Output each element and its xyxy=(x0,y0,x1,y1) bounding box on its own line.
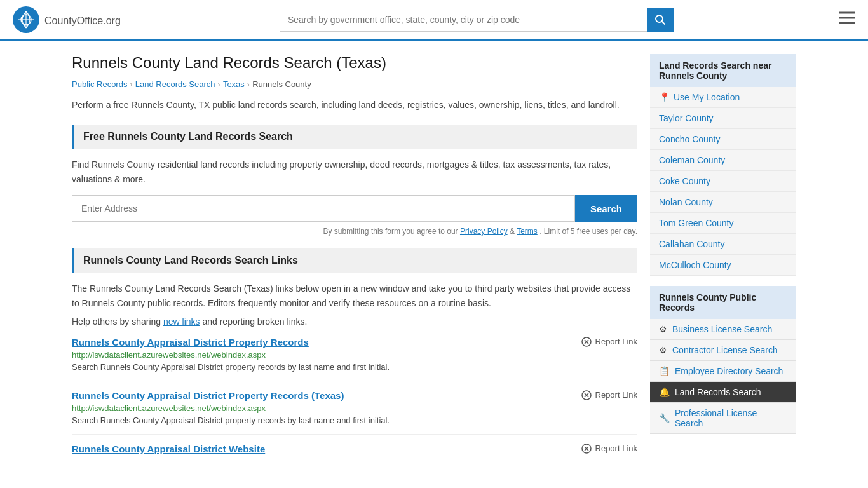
nearby-county-item: Nolan County xyxy=(650,192,796,213)
site-header: CountyOffice.org xyxy=(0,0,868,41)
nearby-county-item: Concho County xyxy=(650,129,796,150)
sidebar: Land Records Search near Runnels County … xyxy=(650,54,796,479)
public-records-item-professional[interactable]: 🔧 Professional License Search xyxy=(650,403,796,434)
privacy-policy-link[interactable]: Privacy Policy xyxy=(460,227,508,236)
free-search-section: Free Runnels County Land Records Search … xyxy=(72,125,637,236)
nearby-counties-section: Land Records Search near Runnels County … xyxy=(650,54,796,276)
nearby-county-item: Callahan County xyxy=(650,234,796,255)
svg-line-5 xyxy=(661,22,665,25)
public-records-item-land[interactable]: 🔔 Land Records Search xyxy=(650,382,796,403)
logo-text: CountyOffice.org xyxy=(44,13,121,27)
bell-icon: 🔔 xyxy=(659,387,670,397)
record-link-description: Search Runnels County Appraisal District… xyxy=(72,416,637,425)
logo-area[interactable]: CountyOffice.org xyxy=(13,6,121,33)
public-records-item-contractor[interactable]: ⚙ Contractor License Search xyxy=(650,340,796,361)
book-icon: 📋 xyxy=(659,366,670,376)
gear-small-icon: ⚙ xyxy=(659,345,667,355)
search-form-description: Find Runnels County residential land rec… xyxy=(72,158,637,186)
breadcrumb: Public Records › Land Records Search › T… xyxy=(72,79,637,89)
report-link-button[interactable]: Report Link xyxy=(581,337,637,347)
employee-directory-link[interactable]: Employee Directory Search xyxy=(675,366,783,376)
links-description: The Runnels County Land Records Search (… xyxy=(72,281,637,310)
nearby-counties-header: Land Records Search near Runnels County xyxy=(650,54,796,87)
public-records-item-employee[interactable]: 📋 Employee Directory Search xyxy=(650,361,796,382)
record-link-url: http://iswdataclient.azurewebsites.net/w… xyxy=(72,403,637,413)
public-records-item-business[interactable]: ⚙ Business License Search xyxy=(650,319,796,340)
page-description: Perform a free Runnels County, TX public… xyxy=(72,98,637,112)
logo-icon xyxy=(13,6,39,33)
breadcrumb-land-records[interactable]: Land Records Search xyxy=(135,79,215,89)
record-link-url: http://iswdataclient.azurewebsites.net/w… xyxy=(72,350,637,360)
record-link-item: Runnels County Appraisal District Websit… xyxy=(72,444,637,466)
record-link-item: Runnels County Appraisal District Proper… xyxy=(72,390,637,435)
land-records-link[interactable]: Land Records Search xyxy=(675,387,761,397)
breadcrumb-texas[interactable]: Texas xyxy=(223,79,245,89)
terms-link[interactable]: Terms xyxy=(517,227,538,236)
use-my-location-item[interactable]: 📍 Use My Location xyxy=(650,87,796,108)
nearby-county-item: Taylor County xyxy=(650,108,796,129)
page-title: Runnels County Land Records Search (Texa… xyxy=(72,54,637,72)
main-content: Runnels County Land Records Search (Texa… xyxy=(72,54,637,479)
breadcrumb-current: Runnels County xyxy=(252,79,311,89)
public-records-section: Runnels County Public Records ⚙ Business… xyxy=(650,286,796,434)
contractor-license-link[interactable]: Contractor License Search xyxy=(672,345,778,355)
business-license-link[interactable]: Business License Search xyxy=(672,324,772,334)
nearby-county-item: Coke County xyxy=(650,171,796,192)
professional-license-link[interactable]: Professional License Search xyxy=(675,408,787,428)
links-section: Runnels County Land Records Search Links… xyxy=(72,248,637,466)
use-my-location-link[interactable]: Use My Location xyxy=(674,92,740,102)
links-section-header: Runnels County Land Records Search Links xyxy=(72,248,637,273)
address-input[interactable] xyxy=(72,195,575,222)
nearby-county-item: McCulloch County xyxy=(650,255,796,276)
address-search-form: Search xyxy=(72,195,637,222)
menu-button[interactable] xyxy=(839,11,855,28)
record-link-item: Runnels County Appraisal District Proper… xyxy=(72,337,637,381)
header-search-container xyxy=(280,8,674,32)
gear-icon: ⚙ xyxy=(659,324,667,334)
new-links-link[interactable]: new links xyxy=(163,316,200,327)
search-submit-button[interactable]: Search xyxy=(575,195,637,222)
breadcrumb-public-records[interactable]: Public Records xyxy=(72,79,127,89)
free-search-header: Free Runnels County Land Records Search xyxy=(72,125,637,149)
location-pin-icon: 📍 xyxy=(659,92,670,102)
public-records-header: Runnels County Public Records xyxy=(650,286,796,319)
record-link-title[interactable]: Runnels County Appraisal District Proper… xyxy=(72,337,309,348)
record-link-description: Search Runnels County Appraisal District… xyxy=(72,362,637,372)
share-links-text: Help others by sharing new links and rep… xyxy=(72,316,637,327)
report-link-button[interactable]: Report Link xyxy=(581,444,637,454)
record-link-title[interactable]: Runnels County Appraisal District Proper… xyxy=(72,390,344,401)
report-link-button[interactable]: Report Link xyxy=(581,390,637,400)
header-search-input[interactable] xyxy=(280,8,647,32)
wrench-icon: 🔧 xyxy=(659,413,670,423)
nearby-county-item: Coleman County xyxy=(650,150,796,171)
header-search-button[interactable] xyxy=(647,8,674,32)
main-container: Runnels County Land Records Search (Texa… xyxy=(59,41,809,488)
nearby-county-item: Tom Green County xyxy=(650,213,796,234)
record-link-title[interactable]: Runnels County Appraisal District Websit… xyxy=(72,444,265,454)
form-disclaimer: By submitting this form you agree to our… xyxy=(72,227,637,236)
